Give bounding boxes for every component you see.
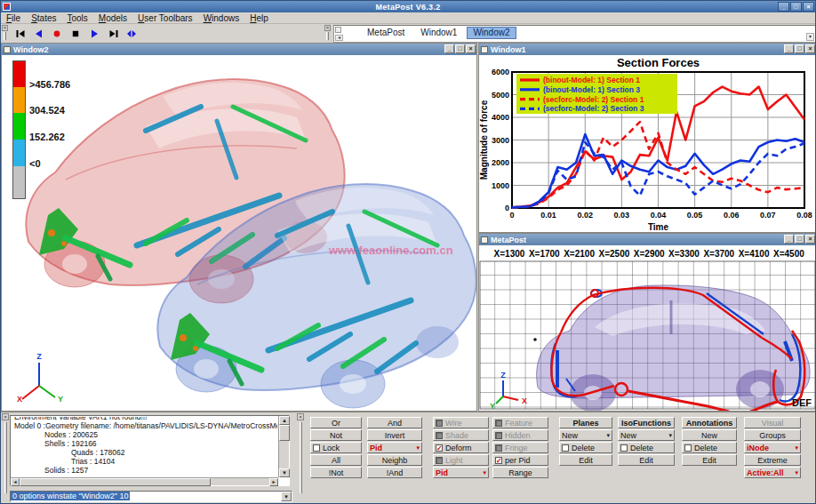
panel-delete-checkbox[interactable]: Delete: [618, 442, 675, 453]
crash-model-3d-view[interactable]: Z X Y: [2, 55, 476, 411]
scroll-left-button[interactable]: ◂: [11, 478, 20, 486]
panel-range-button[interactable]: Range: [492, 467, 548, 478]
section-viewport[interactable]: X=1300X=1700X=2100X=2500X=2900X=3300X=37…: [479, 245, 816, 411]
maximize-button[interactable]: □: [790, 2, 802, 12]
panel-wire-checkbox[interactable]: Wire: [433, 417, 489, 428]
metapost-pane-title-bar[interactable]: MetaPost _ □ ×: [479, 234, 816, 245]
command-history-dropdown-button[interactable]: ▾: [281, 492, 292, 501]
panel-new-button[interactable]: New▾: [618, 429, 675, 441]
menu-windows[interactable]: Windows: [198, 13, 245, 23]
play-forward-button[interactable]: [84, 27, 103, 42]
window2-title-bar[interactable]: Window2 _ □ ×: [2, 44, 476, 55]
close-button[interactable]: ×: [805, 235, 815, 244]
minimize-button[interactable]: _: [444, 44, 454, 53]
tab-overflow-button[interactable]: ▾: [806, 33, 814, 41]
window1-title-bar[interactable]: Window1 _ □ ×: [479, 44, 816, 55]
panel-invert-button[interactable]: Invert: [367, 429, 422, 441]
skip-to-last-state-button[interactable]: [103, 27, 122, 42]
command-input[interactable]: 0 options winstate "Window2" 10 ▾: [10, 491, 292, 502]
panel-hidden-checkbox[interactable]: Hidden: [492, 429, 548, 441]
panel-pid-button[interactable]: Pid▾: [433, 467, 489, 478]
panel-not-button[interactable]: Not: [310, 429, 362, 441]
panel-feature-checkbox[interactable]: Feature: [492, 417, 548, 428]
close-button[interactable]: ×: [803, 2, 814, 12]
panel-new-button[interactable]: New: [682, 429, 737, 441]
panel-neighb-button[interactable]: Neighb: [367, 454, 422, 466]
panel--and-button[interactable]: !And: [367, 467, 422, 478]
menu-models[interactable]: Models: [93, 13, 132, 23]
loop-bounce-button[interactable]: [122, 27, 140, 42]
panel-lock-checkbox[interactable]: Lock: [310, 442, 362, 453]
scroll-down-button[interactable]: ▼: [279, 468, 290, 477]
close-button[interactable]: ×: [466, 44, 476, 53]
panel-delete-checkbox[interactable]: Delete: [682, 442, 737, 453]
panel-planes-button[interactable]: Planes: [559, 417, 612, 428]
toolbar-grip[interactable]: ×: [2, 25, 9, 43]
panel-active-all-button[interactable]: Active:All▾: [744, 467, 801, 478]
console-vertical-scrollbar[interactable]: ▲ ▼: [278, 416, 289, 477]
menu-file[interactable]: File: [1, 13, 26, 23]
panel-delete-checkbox[interactable]: Delete: [559, 442, 612, 453]
menu-help[interactable]: Help: [244, 13, 274, 23]
section-forces-chart[interactable]: 00.010.020.030.040.050.060.070.080100020…: [479, 55, 816, 232]
model-viewport[interactable]: Z X Y >456.786 304.524 152.262 <0 www.fe…: [2, 55, 476, 411]
console-grip[interactable]: ×: [2, 413, 10, 502]
skip-to-first-state-button[interactable]: [10, 27, 28, 42]
panel-column: FeatureHiddenFringe✓per PidRange: [492, 417, 548, 478]
panel-inode-button[interactable]: iNode▾: [744, 442, 801, 453]
play-backward-button[interactable]: [28, 27, 47, 42]
panel-and-button[interactable]: And: [367, 417, 422, 428]
panel-shade-checkbox[interactable]: Shade: [433, 429, 489, 441]
panel-all-button[interactable]: All: [310, 454, 362, 466]
tab-window1[interactable]: Window1: [414, 27, 463, 39]
panel-edit-button[interactable]: Edit: [618, 454, 675, 466]
panel-annotations-button[interactable]: Annotations: [682, 417, 737, 428]
panel-light-checkbox[interactable]: Light: [433, 454, 489, 466]
console-output-box[interactable]: Environment Variable VAR1 not found!!!Mo…: [10, 415, 290, 486]
panel-visual-button[interactable]: Visual: [744, 417, 801, 428]
y-axis-label: Magnitude of force: [479, 100, 489, 180]
title-bar[interactable]: MetaPost V6.3.2 _ □ ×: [1, 1, 815, 12]
scroll-up-button[interactable]: ▲: [279, 416, 290, 425]
record-button[interactable]: [47, 27, 66, 42]
menu-states[interactable]: States: [26, 13, 61, 23]
checkbox-icon: [620, 444, 628, 452]
tabstrip-grip[interactable]: [335, 27, 341, 33]
x-tick-label: 0: [509, 211, 514, 220]
plot-viewport[interactable]: 00.010.020.030.040.050.060.070.080100020…: [479, 55, 816, 232]
panel-fringe-checkbox[interactable]: Fringe: [492, 442, 548, 453]
panel-grip[interactable]: ×: [297, 413, 305, 502]
maximize-button[interactable]: □: [795, 44, 804, 53]
pane-metapost: MetaPost _ □ × X=1300X=1700X=2100X=2500X…: [478, 233, 816, 412]
tab-window2[interactable]: Window2: [467, 27, 516, 39]
console-horizontal-scrollbar[interactable]: ◂ ▸: [11, 477, 278, 485]
section-cut-view[interactable]: X=1300X=1700X=2100X=2500X=2900X=3300X=37…: [479, 245, 816, 411]
minimize-button[interactable]: _: [778, 2, 789, 12]
menu-tools[interactable]: Tools: [61, 13, 92, 23]
scrollbar-thumb[interactable]: [20, 478, 211, 486]
maximize-button[interactable]: □: [795, 235, 804, 244]
panel-isofunctions-button[interactable]: IsoFunctions: [618, 417, 675, 428]
scrollbar-thumb[interactable]: [279, 425, 290, 441]
tab-scroll-left-button[interactable]: ◂: [335, 35, 343, 41]
panel--not-button[interactable]: !Not: [310, 467, 362, 478]
menu-user-toolbars[interactable]: User Toolbars: [132, 13, 198, 23]
panel-extreme-button[interactable]: Extreme: [744, 454, 801, 466]
panel-per-pid-checkbox[interactable]: ✓per Pid: [492, 454, 548, 466]
stop-icon: [70, 28, 81, 39]
panel-edit-button[interactable]: Edit: [682, 454, 737, 466]
maximize-button[interactable]: □: [455, 44, 465, 53]
tab-metapost[interactable]: MetaPost: [361, 27, 411, 39]
scroll-right-button[interactable]: ▸: [269, 478, 278, 486]
panel-groups-button[interactable]: Groups: [744, 429, 801, 441]
panel-edit-button[interactable]: Edit: [559, 454, 612, 466]
panel-pid-button[interactable]: Pid▾: [367, 442, 422, 453]
minimize-button[interactable]: _: [784, 235, 794, 244]
close-button[interactable]: ×: [805, 44, 815, 53]
toolbar-grip[interactable]: ×: [324, 25, 332, 43]
panel-deform-checkbox[interactable]: ✓Deform: [433, 442, 489, 453]
minimize-button[interactable]: _: [784, 44, 794, 53]
panel-new-button[interactable]: New▾: [559, 429, 612, 441]
panel-or-button[interactable]: Or: [310, 417, 362, 428]
stop-button[interactable]: [66, 27, 84, 42]
